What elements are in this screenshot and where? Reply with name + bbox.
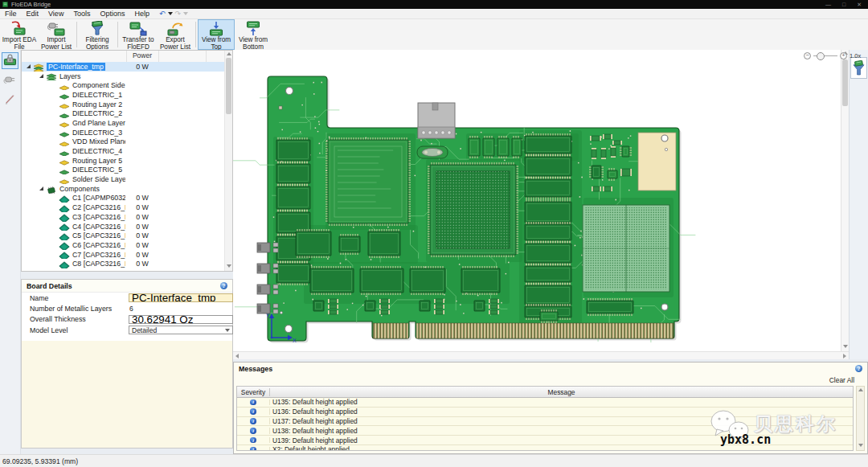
tree-node-power: 0 W [128,212,157,222]
tree-node[interactable]: Routing Layer 5 [22,156,225,166]
overall-thickness-field[interactable] [129,315,233,324]
details-field-row: Name [22,293,232,303]
scroll-up-icon[interactable] [858,388,863,391]
menu-view[interactable]: View [43,9,68,18]
pencil-icon [3,92,17,109]
maximize-button[interactable]: □ [842,2,845,7]
stackup-icon [33,62,44,71]
board-viewport[interactable]: YX [233,50,841,351]
tree-scrollbar[interactable] [224,51,232,271]
zoom-slider[interactable] [813,55,837,56]
component-tool-button[interactable] [2,72,18,89]
tree-node[interactable]: Gnd Plane Layer 3 [22,118,225,128]
export-power-icon [166,21,184,36]
board-lock-tool-button[interactable] [2,52,18,69]
message-text: U136: Default height applied [270,408,358,416]
view-from-top-button[interactable]: View from Top [198,19,235,50]
help-icon[interactable]: ? [855,365,862,372]
canvas-horizontal-scrollbar[interactable] [233,351,849,359]
export-power-list-button[interactable]: Export Power List [157,19,194,50]
tree-node[interactable]: Components [22,184,225,194]
tree-node[interactable]: DIELECTRIC_3 [22,128,225,137]
help-icon[interactable]: ? [220,282,227,289]
layer-green-icon [59,90,70,99]
model-level-dropdown[interactable]: Detailed [129,326,233,334]
message-row[interactable]: iU137: Default height applied [237,417,853,427]
toolbar-button-label: Export Power List [158,36,193,51]
trace-draw-tool-button[interactable] [2,92,18,109]
filtering-options-button[interactable]: Filtering Options [79,19,116,50]
menu-file[interactable]: File [0,9,22,18]
scroll-right-icon[interactable] [843,354,846,358]
zoom-slider-thumb[interactable] [817,52,825,60]
tree-node[interactable]: DIELECTRIC_4 [22,146,225,156]
tree-node[interactable]: C7 [CAPC3216_IS1206N,0 W [22,250,225,260]
import-power-icon [47,21,65,36]
messages-scrollbar[interactable] [856,386,865,451]
layers-icon [46,72,57,80]
scroll-down-icon[interactable] [227,264,231,268]
filter-panel-button[interactable] [850,57,867,79]
tree-node[interactable]: VDD Mixed Plane Layer 4 [22,137,225,147]
tree-node[interactable]: C1 [CAPMP6032N, TAJW0 W [22,194,225,203]
scroll-left-icon[interactable] [235,354,239,358]
tree-node[interactable]: PC-Interface_tmp0 W [22,62,225,72]
tree-node-label: C1 [CAPMP6032N, TAJW [72,194,125,202]
scroll-down-icon[interactable] [858,444,863,447]
undo-menu-icon[interactable] [168,12,173,15]
canvas-vertical-scrollbar[interactable] [841,50,849,351]
tree-node-label: Layers [59,72,80,80]
tree-node[interactable]: C4 [CAPC3216_IS1206N,0 W [22,222,225,231]
import-power-list-button[interactable]: Import Power List [38,19,75,50]
tree-node-power: 0 W [128,203,157,212]
message-row[interactable]: iX2: Default height applied [237,445,853,451]
tree-node[interactable]: DIELECTRIC_5 [22,166,225,175]
transfer-to-floefd-button[interactable]: Transfer to FloEFD [120,19,157,50]
cursor-coordinates: 69.09235, 5.93391 (mm) [2,457,78,465]
filtering-icon [88,21,106,36]
tree-node-label: C7 [CAPC3216_IS1206N, [72,251,125,259]
component-icon [59,231,70,240]
undo-icon[interactable]: ↶ [159,10,166,18]
info-icon: i [250,408,256,415]
scroll-down-icon[interactable] [843,345,848,348]
minimize-button[interactable]: — [825,2,831,7]
tree-node[interactable]: Solder Side Layer 6 [22,174,225,184]
tree-node[interactable]: DIELECTRIC_2 [22,109,225,118]
tree-node-label: Routing Layer 5 [72,157,122,165]
menu-edit[interactable]: Edit [22,9,44,18]
board-lock-icon [3,52,17,69]
message-row[interactable]: iU136: Default height applied [237,408,853,417]
component-icon [59,203,70,212]
details-field-row: Overall Thickness [22,314,232,325]
tree-node[interactable]: Component Side Layer 1 [22,80,225,90]
tree-node[interactable]: C2 [CAPC3216_IS1206N,0 W [22,203,225,212]
tree-node[interactable]: C6 [CAPC3216_IS1206N,0 W [22,240,225,250]
import-eda-file-button[interactable]: Import EDA File [1,19,38,50]
message-row[interactable]: iU135: Default height applied [237,398,853,408]
message-row[interactable]: iU139: Default height applied [237,436,853,445]
messages-title: Messages [239,365,272,373]
tree-node-label: C8 [CAPC3216_IS1206N, [72,260,125,268]
tree-node-label: Solder Side Layer 6 [72,175,125,183]
tree-node[interactable]: Layers [22,72,225,81]
view-from-bottom-button[interactable]: View from Bottom [235,19,272,50]
tree-node[interactable]: C8 [CAPC3216_IS1206N,0 W [22,259,225,268]
menu-help[interactable]: Help [129,9,154,18]
zoom-in-icon[interactable]: + [840,52,847,59]
menu-options[interactable]: Options [95,9,129,18]
scroll-up-icon[interactable] [227,52,231,55]
pcb-board-drawing[interactable]: YX [233,50,841,351]
tree-node[interactable]: C3 [CAPC3216_IS1206N,0 W [22,212,225,222]
tree-node[interactable]: C5 [CAPC3216_IS1206N,0 W [22,231,225,240]
name-field[interactable] [129,293,233,302]
tree-node[interactable]: DIELECTRIC_1 [22,90,225,100]
zoom-out-icon[interactable]: − [804,52,811,59]
message-row[interactable]: iU138: Default height applied [237,426,853,436]
tree-node[interactable]: Routing Layer 2 [22,100,225,109]
clear-all-link[interactable]: Clear All [829,376,854,384]
info-icon: i [250,428,256,434]
close-button[interactable]: ✕ [857,2,862,7]
menu-tools[interactable]: Tools [68,9,95,18]
severity-column-header: Severity [237,388,270,396]
